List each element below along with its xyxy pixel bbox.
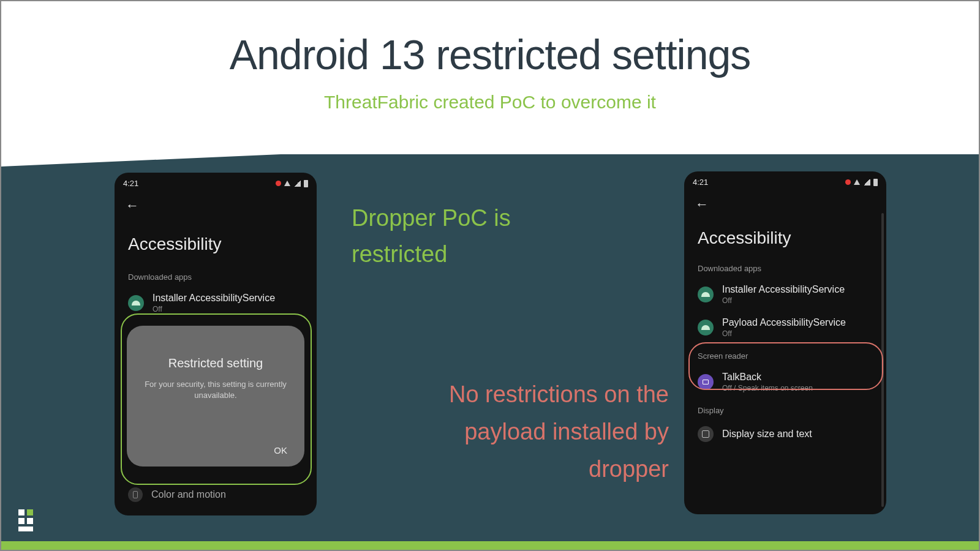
slide-title: Android 13 restricted settings [1,31,979,78]
battery-icon [873,179,878,186]
recording-icon [845,179,851,185]
item-sub: Off [722,329,846,338]
section-downloaded: Downloaded apps [115,265,317,287]
slide: Android 13 restricted settings ThreatFab… [0,0,980,551]
svg-rect-1 [18,518,24,524]
battery-icon [304,180,308,187]
red-highlight [688,342,883,390]
wifi-icon [854,179,860,185]
section-downloaded: Downloaded apps [684,257,886,278]
signal-icon [863,179,870,186]
status-bar: 4:21 [684,171,886,190]
footer-bar [1,541,979,550]
android-app-icon [128,295,144,311]
wifi-icon [284,181,290,186]
green-highlight [121,313,312,485]
svg-rect-2 [27,518,33,524]
color-motion-icon [128,487,143,502]
status-time: 4:21 [123,179,138,188]
item-title: Payload AccessibilityService [722,317,846,328]
header: Android 13 restricted settings ThreatFab… [1,1,979,154]
color-motion-label: Color and motion [151,489,226,500]
item-title: Installer AccessibilityService [153,293,275,304]
item-title: Display size and text [722,429,812,440]
signal-icon [293,181,301,187]
status-icons [276,180,308,187]
svg-rect-3 [27,509,33,515]
threatfabric-logo [17,507,44,533]
svg-rect-0 [18,509,24,515]
status-bar: 4:21 [115,173,317,192]
back-icon[interactable]: ← [684,190,886,217]
caption-left: Dropper PoC is restricted [352,200,560,272]
payload-service-item[interactable]: Payload AccessibilityService Off [684,311,886,344]
slide-subtitle: ThreatFabric created PoC to overcome it [1,92,979,113]
item-title: Installer AccessibilityService [722,284,845,295]
status-icons [845,179,878,186]
item-sub: Off [722,296,845,305]
accessibility-title: Accessibility [115,219,317,265]
accessibility-title: Accessibility [684,217,886,257]
section-display: Display [684,399,886,420]
caption-right: No restrictions on the payload installed… [405,376,669,487]
back-icon[interactable]: ← [115,192,317,219]
display-size-item[interactable]: Display size and text [684,420,886,448]
android-app-icon [698,287,714,302]
item-sub: Off [153,305,275,313]
android-app-icon [698,320,714,335]
status-time: 4:21 [693,178,708,187]
display-size-icon [698,426,714,442]
recording-icon [276,181,281,186]
installer-service-item[interactable]: Installer AccessibilityService Off [684,278,886,311]
svg-rect-4 [18,527,33,531]
